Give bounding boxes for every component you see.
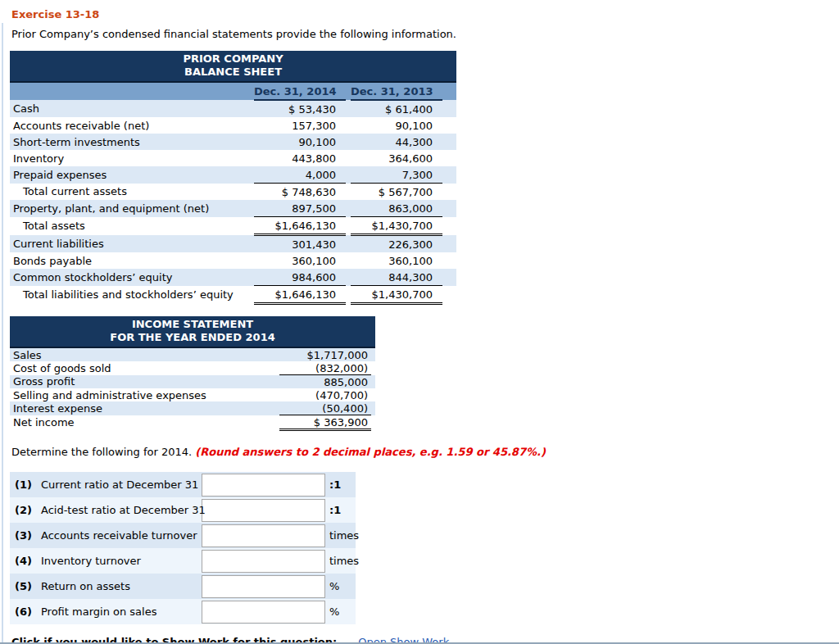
value-2014: 301,430 bbox=[254, 235, 346, 253]
value-2013: 44,300 bbox=[351, 134, 442, 150]
balance-sheet-row: Total current assets$ 748,630$ 567,700 bbox=[10, 184, 456, 201]
balance-sheet-column-headers: Dec. 31, 2014 Dec. 31, 2013 bbox=[10, 82, 456, 100]
question-number: (1) bbox=[10, 472, 39, 497]
question-label: Return on assets bbox=[39, 574, 202, 599]
balance-sheet-row: Total assets$1,646,130$1,430,700 bbox=[10, 217, 456, 235]
value-2013: $1,430,700 bbox=[351, 286, 442, 304]
value-2013: 360,100 bbox=[351, 252, 442, 269]
answer-cell bbox=[202, 548, 326, 574]
value-2014: 897,500 bbox=[254, 200, 346, 217]
balance-sheet-row: Current liabilities301,430226,300 bbox=[10, 235, 456, 253]
answer-input-2[interactable] bbox=[202, 499, 325, 522]
balance-sheet-header: PRIOR COMPANY BALANCE SHEET bbox=[10, 51, 456, 82]
balance-sheet-row: Common stockholders’ equity984,600844,30… bbox=[10, 269, 456, 286]
value-2014: $1,646,130 bbox=[254, 217, 346, 235]
row-value: $ 363,900 bbox=[279, 415, 371, 430]
value-2013: 7,300 bbox=[351, 166, 442, 184]
row-label: Inventory bbox=[10, 150, 254, 166]
row-label: Prepaid expenses bbox=[10, 166, 254, 184]
income-statement-row: Selling and administrative expenses(470,… bbox=[10, 388, 375, 401]
answer-cell bbox=[202, 523, 326, 548]
row-value: 885,000 bbox=[279, 375, 371, 389]
value-2013: 364,600 bbox=[351, 150, 442, 166]
value-2014: 360,100 bbox=[254, 252, 346, 269]
question-number: (6) bbox=[10, 599, 39, 624]
question-row: (4)Inventory turnovertimes bbox=[10, 548, 356, 574]
question-number: (2) bbox=[10, 497, 39, 523]
row-pad bbox=[442, 286, 456, 304]
value-2014: 984,600 bbox=[254, 269, 346, 286]
row-value: $1,717,000 bbox=[279, 347, 371, 361]
column-header-2014: Dec. 31, 2014 bbox=[254, 82, 346, 100]
row-pad bbox=[442, 100, 456, 117]
row-pad bbox=[371, 401, 375, 415]
page-title: Exercise 13-18 bbox=[11, 8, 839, 20]
value-2014: 443,800 bbox=[254, 150, 346, 166]
row-label: Interest expense bbox=[10, 401, 279, 415]
balance-sheet-table: PRIOR COMPANY BALANCE SHEET Dec. 31, 201… bbox=[10, 51, 456, 305]
questions-table: (1)Current ratio at December 31:1(2)Acid… bbox=[10, 472, 356, 624]
exercise-page: Exercise 13-18 Prior Company’s condensed… bbox=[0, 0, 839, 644]
balance-sheet-row: Short-term investments90,10044,300 bbox=[10, 134, 456, 150]
determine-text: Determine the following for 2014. bbox=[11, 446, 195, 458]
row-label: Selling and administrative expenses bbox=[10, 388, 279, 401]
balance-sheet-row: Bonds payable360,100360,100 bbox=[10, 252, 456, 269]
balance-sheet-row: Cash$ 53,430$ 61,400 bbox=[10, 100, 456, 117]
value-2014: 4,000 bbox=[254, 166, 346, 184]
answer-input-6[interactable] bbox=[202, 601, 325, 624]
question-row: (3)Accounts receivable turnovertimes bbox=[10, 523, 356, 548]
income-statement-row: Cost of goods sold(832,000) bbox=[10, 361, 375, 375]
income-statement-title-line1: INCOME STATEMENT bbox=[10, 318, 375, 331]
row-pad bbox=[442, 166, 456, 184]
row-pad bbox=[442, 252, 456, 269]
answer-unit: :1 bbox=[326, 472, 356, 497]
column-header-2013: Dec. 31, 2013 bbox=[351, 82, 442, 100]
empty-header-cell bbox=[10, 82, 254, 100]
value-2014: $ 53,430 bbox=[254, 100, 346, 117]
answer-unit: % bbox=[326, 599, 356, 624]
row-label: Current liabilities bbox=[10, 235, 254, 253]
row-label: Total liabilities and stockholders’ equi… bbox=[10, 286, 254, 304]
value-2013: 90,100 bbox=[351, 117, 442, 134]
answer-unit: % bbox=[326, 574, 356, 599]
row-label: Net income bbox=[10, 415, 279, 430]
row-pad bbox=[442, 150, 456, 166]
question-label: Current ratio at December 31 bbox=[39, 472, 202, 497]
balance-sheet-row: Inventory443,800364,600 bbox=[10, 150, 456, 166]
row-value: (470,700) bbox=[279, 388, 371, 401]
value-2013: $ 567,700 bbox=[351, 184, 442, 201]
row-label: Total assets bbox=[10, 217, 254, 235]
row-label: Bonds payable bbox=[10, 252, 254, 269]
question-row: (2)Acid-test ratio at December 31:1 bbox=[10, 497, 356, 523]
row-pad bbox=[442, 184, 456, 201]
answer-unit: :1 bbox=[326, 497, 356, 523]
row-pad bbox=[442, 82, 456, 100]
value-2014: $1,646,130 bbox=[254, 286, 346, 304]
answer-input-4[interactable] bbox=[202, 550, 325, 573]
answer-unit: times bbox=[326, 548, 356, 574]
answer-unit: times bbox=[326, 523, 356, 548]
income-statement-table: INCOME STATEMENT FOR THE YEAR ENDED 2014… bbox=[10, 316, 375, 431]
row-label: Sales bbox=[10, 347, 279, 361]
answer-input-5[interactable] bbox=[202, 575, 325, 598]
question-label: Profit margin on sales bbox=[39, 599, 202, 624]
balance-sheet-row: Total liabilities and stockholders’ equi… bbox=[10, 286, 456, 304]
row-label: Gross profit bbox=[10, 375, 279, 389]
row-pad bbox=[442, 269, 456, 286]
intro-text: Prior Company’s condensed financial stat… bbox=[11, 28, 839, 40]
question-label: Inventory turnover bbox=[39, 548, 202, 574]
answer-input-3[interactable] bbox=[202, 524, 325, 547]
row-label: Short-term investments bbox=[10, 134, 254, 150]
answer-input-1[interactable] bbox=[202, 474, 325, 497]
row-label: Cost of goods sold bbox=[10, 361, 279, 375]
income-statement-row: Sales$1,717,000 bbox=[10, 347, 375, 361]
row-value: (832,000) bbox=[279, 361, 371, 375]
question-row: (5)Return on assets% bbox=[10, 574, 356, 599]
answer-cell bbox=[202, 599, 326, 624]
balance-sheet-row: Property, plant, and equipment (net)897,… bbox=[10, 200, 456, 217]
value-2013: 844,300 bbox=[351, 269, 442, 286]
row-pad bbox=[371, 347, 375, 361]
value-2013: $1,430,700 bbox=[351, 217, 442, 235]
row-label: Common stockholders’ equity bbox=[10, 269, 254, 286]
row-pad bbox=[371, 415, 375, 430]
